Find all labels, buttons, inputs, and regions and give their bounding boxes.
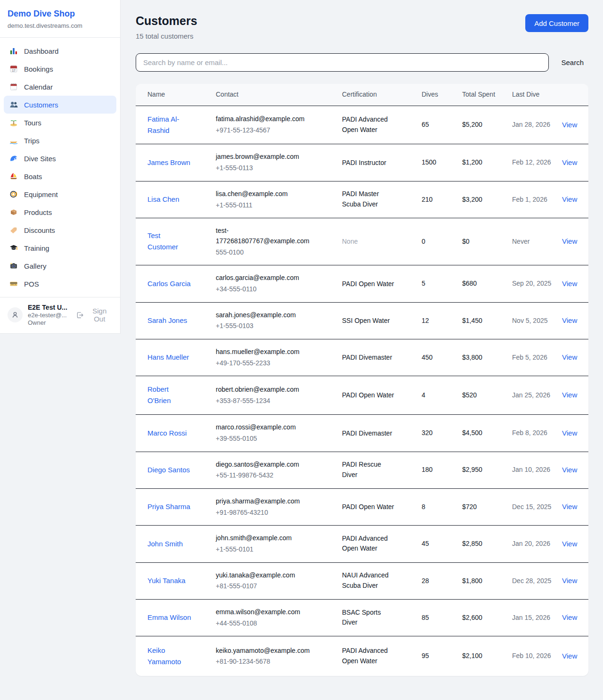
sidebar-item-discounts[interactable]: Discounts bbox=[4, 221, 116, 239]
customer-email: keiko.yamamoto@example.com bbox=[216, 646, 320, 656]
customer-last-dive: Jan 25, 2026 bbox=[512, 376, 562, 415]
view-link[interactable]: View bbox=[562, 429, 577, 437]
sidebar-item-products[interactable]: Products bbox=[4, 203, 116, 221]
customer-certification: PADI Master Scuba Diver bbox=[342, 189, 395, 209]
sidebar-item-boats[interactable]: Boats bbox=[4, 167, 116, 185]
sidebar-item-customers[interactable]: Customers bbox=[4, 96, 116, 114]
view-link[interactable]: View bbox=[562, 613, 577, 621]
customer-certification: PADI Open Water bbox=[342, 502, 394, 512]
column-header-contact: Contact bbox=[216, 84, 342, 106]
view-link[interactable]: View bbox=[562, 391, 577, 399]
customer-name-link[interactable]: Emma Wilson bbox=[147, 612, 191, 623]
search-button[interactable]: Search bbox=[561, 58, 588, 66]
customer-email: sarah.jones@example.com bbox=[216, 310, 320, 321]
customer-total-spent: $4,500 bbox=[462, 415, 512, 452]
view-link[interactable]: View bbox=[562, 353, 577, 361]
customer-certification: PADI Open Water bbox=[342, 279, 394, 289]
customer-email: carlos.garcia@example.com bbox=[216, 273, 320, 283]
view-link[interactable]: View bbox=[562, 158, 577, 166]
customer-email: robert.obrien@example.com bbox=[216, 385, 320, 395]
customer-last-dive: Feb 5, 2026 bbox=[512, 339, 562, 376]
customer-last-dive: Feb 12, 2026 bbox=[512, 144, 562, 181]
sidebar-item-gallery[interactable]: Gallery bbox=[4, 257, 116, 275]
customer-email: hans.mueller@example.com bbox=[216, 347, 320, 357]
sidebar-item-pos[interactable]: POS bbox=[4, 275, 116, 293]
customer-phone: +971-55-123-4567 bbox=[216, 125, 337, 136]
customer-phone: 555-0100 bbox=[216, 247, 337, 258]
customer-email: test-1772681807767@example.com bbox=[216, 226, 320, 246]
customer-name-link[interactable]: Priya Sharma bbox=[147, 501, 190, 512]
customer-name-link[interactable]: Hans Mueller bbox=[147, 352, 189, 363]
customer-email: fatima.alrashid@example.com bbox=[216, 114, 320, 124]
user-role: Owner bbox=[28, 319, 71, 326]
search-row: Search bbox=[136, 53, 588, 72]
customer-dives: 28 bbox=[422, 562, 462, 599]
table-row: Robert O'Brien robert.obrien@example.com… bbox=[136, 376, 588, 415]
view-link[interactable]: View bbox=[562, 121, 577, 129]
table-row: Keiko Yamamoto keiko.yamamoto@example.co… bbox=[136, 636, 588, 676]
customer-email: emma.wilson@example.com bbox=[216, 607, 320, 618]
sidebar-item-equipment[interactable]: Equipment bbox=[4, 185, 116, 203]
customer-email: yuki.tanaka@example.com bbox=[216, 570, 320, 581]
view-link[interactable]: View bbox=[562, 576, 577, 585]
main-content: Customers 15 total customers Add Custome… bbox=[121, 0, 603, 688]
customer-email: marco.rossi@example.com bbox=[216, 422, 320, 433]
sidebar-item-bookings[interactable]: 17 Bookings bbox=[4, 60, 116, 78]
column-header-total-spent: Total Spent bbox=[462, 84, 512, 106]
customer-dives: 1500 bbox=[422, 144, 462, 181]
table-row: Yuki Tanaka yuki.tanaka@example.com +81-… bbox=[136, 562, 588, 599]
customer-name-link[interactable]: Robert O'Brien bbox=[147, 384, 192, 406]
view-link[interactable]: View bbox=[562, 237, 577, 245]
avatar bbox=[8, 307, 23, 322]
customer-total-spent: $1,800 bbox=[462, 562, 512, 599]
customer-name-link[interactable]: Yuki Tanaka bbox=[147, 575, 186, 586]
customer-phone: +34-555-0110 bbox=[216, 284, 337, 295]
person-icon bbox=[11, 311, 19, 319]
table-row: James Brown james.brown@example.com +1-5… bbox=[136, 144, 588, 181]
customer-name-link[interactable]: Sarah Jones bbox=[147, 315, 187, 326]
sign-out-button[interactable]: Sign Out bbox=[76, 307, 113, 323]
sidebar-item-calendar[interactable]: Calendar bbox=[4, 78, 116, 96]
view-link[interactable]: View bbox=[562, 652, 577, 660]
view-link[interactable]: View bbox=[562, 280, 577, 288]
sidebar-item-training[interactable]: Training bbox=[4, 239, 116, 257]
sidebar-nav: Dashboard 17 Bookings Calendar Customers… bbox=[0, 38, 120, 297]
customer-last-dive: Jan 20, 2026 bbox=[512, 526, 562, 562]
discounts-icon bbox=[9, 226, 18, 234]
customer-total-spent: $520 bbox=[462, 376, 512, 415]
customer-certification: PADI Advanced Open Water bbox=[342, 534, 395, 554]
sidebar-item-dive-sites[interactable]: Dive Sites bbox=[4, 149, 116, 167]
customers-icon bbox=[9, 100, 18, 109]
column-header-actions bbox=[562, 84, 588, 106]
sidebar-item-dashboard[interactable]: Dashboard bbox=[4, 42, 116, 60]
column-header-last-dive: Last Dive bbox=[512, 84, 562, 106]
shop-header: Demo Dive Shop demo.test.divestreams.com bbox=[0, 0, 120, 38]
table-row: Fatima Al-Rashid fatima.alrashid@example… bbox=[136, 106, 588, 144]
customer-name-link[interactable]: James Brown bbox=[147, 157, 190, 168]
customer-name-link[interactable]: Test Customer bbox=[147, 230, 192, 253]
view-link[interactable]: View bbox=[562, 502, 577, 511]
customer-name-link[interactable]: Fatima Al-Rashid bbox=[147, 114, 192, 136]
view-link[interactable]: View bbox=[562, 195, 577, 203]
dashboard-icon bbox=[9, 47, 18, 55]
customer-total-spent: $1,450 bbox=[462, 302, 512, 339]
customer-name-link[interactable]: John Smith bbox=[147, 538, 183, 550]
sidebar-item-tours[interactable]: Tours bbox=[4, 114, 116, 132]
customer-name-link[interactable]: Keiko Yamamoto bbox=[147, 645, 192, 667]
bookings-icon: 17 bbox=[9, 65, 18, 73]
customer-phone: +1-555-0111 bbox=[216, 200, 337, 211]
customer-certification: PADI Advanced Open Water bbox=[342, 646, 395, 666]
customer-phone: +81-555-0107 bbox=[216, 581, 337, 592]
sidebar-item-trips[interactable]: Trips bbox=[4, 132, 116, 149]
view-link[interactable]: View bbox=[562, 540, 577, 548]
add-customer-button[interactable]: Add Customer bbox=[525, 14, 588, 32]
table-row: Test Customer test-1772681807767@example… bbox=[136, 218, 588, 265]
customer-name-link[interactable]: Lisa Chen bbox=[147, 194, 179, 205]
view-link[interactable]: View bbox=[562, 466, 577, 474]
customer-certification: NAUI Advanced Scuba Diver bbox=[342, 570, 395, 591]
search-input[interactable] bbox=[136, 53, 549, 72]
view-link[interactable]: View bbox=[562, 316, 577, 324]
customer-name-link[interactable]: Marco Rossi bbox=[147, 428, 187, 439]
customer-name-link[interactable]: Diego Santos bbox=[147, 464, 190, 476]
customer-name-link[interactable]: Carlos Garcia bbox=[147, 278, 191, 289]
